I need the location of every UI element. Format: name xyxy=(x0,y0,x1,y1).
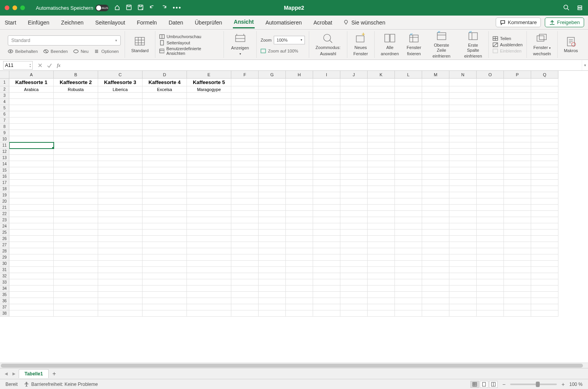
cell[interactable] xyxy=(286,261,313,267)
cell[interactable] xyxy=(231,192,259,198)
cell[interactable] xyxy=(368,205,395,211)
cell[interactable] xyxy=(395,180,422,186)
cell[interactable] xyxy=(286,230,313,236)
row-header[interactable]: 33 xyxy=(0,279,9,286)
cell[interactable] xyxy=(395,310,422,317)
cell[interactable] xyxy=(504,217,531,223)
cell[interactable] xyxy=(143,267,187,273)
cell[interactable] xyxy=(313,167,340,173)
cell[interactable] xyxy=(504,298,531,304)
zoom-field[interactable]: 100%▾ xyxy=(274,36,305,44)
cell[interactable] xyxy=(531,186,558,192)
cell[interactable] xyxy=(368,155,395,161)
cell[interactable] xyxy=(231,236,259,242)
row-header[interactable]: 7 xyxy=(0,117,9,124)
cell[interactable] xyxy=(313,236,340,242)
cell[interactable] xyxy=(98,111,143,117)
cell[interactable] xyxy=(54,236,98,242)
cell[interactable] xyxy=(368,105,395,111)
cell[interactable] xyxy=(422,248,449,254)
cell[interactable] xyxy=(368,211,395,217)
cell[interactable] xyxy=(531,117,558,124)
cell[interactable] xyxy=(395,223,422,230)
cell[interactable] xyxy=(143,236,187,242)
cell[interactable] xyxy=(395,217,422,223)
cell[interactable] xyxy=(477,242,504,248)
cell[interactable] xyxy=(531,211,558,217)
cell[interactable] xyxy=(143,217,187,223)
cell[interactable] xyxy=(368,292,395,298)
cell[interactable] xyxy=(54,192,98,198)
cell[interactable] xyxy=(422,142,449,149)
cell[interactable] xyxy=(286,267,313,273)
cell[interactable] xyxy=(9,292,54,298)
cell[interactable] xyxy=(449,261,477,267)
cell[interactable] xyxy=(9,161,54,167)
cell[interactable] xyxy=(9,155,54,161)
row-header[interactable]: 17 xyxy=(0,180,9,186)
cell[interactable] xyxy=(98,286,143,292)
cell[interactable] xyxy=(231,205,259,211)
cell[interactable] xyxy=(504,236,531,242)
cell[interactable] xyxy=(54,273,98,279)
cell[interactable] xyxy=(504,117,531,124)
cell[interactable] xyxy=(187,205,231,211)
cell[interactable] xyxy=(231,298,259,304)
row-header[interactable]: 30 xyxy=(0,261,9,267)
cell[interactable] xyxy=(259,261,286,267)
cell[interactable] xyxy=(187,242,231,248)
col-header[interactable]: N xyxy=(449,71,477,79)
accept-formula-icon[interactable] xyxy=(47,63,52,68)
cell[interactable] xyxy=(313,130,340,136)
cell[interactable] xyxy=(368,198,395,205)
col-header[interactable]: H xyxy=(286,71,313,79)
cell[interactable] xyxy=(231,142,259,149)
page-layout-button[interactable]: Seitenlayout xyxy=(159,40,220,46)
cell[interactable] xyxy=(9,167,54,173)
tab-view[interactable]: Ansicht xyxy=(233,16,254,28)
cell[interactable] xyxy=(504,142,531,149)
cell[interactable] xyxy=(422,79,449,86)
col-header[interactable]: G xyxy=(259,71,286,79)
cell[interactable] xyxy=(395,230,422,236)
cell[interactable] xyxy=(259,192,286,198)
cell[interactable] xyxy=(368,142,395,149)
cell[interactable] xyxy=(340,124,368,130)
cell[interactable] xyxy=(231,117,259,124)
cell[interactable] xyxy=(143,304,187,310)
cell[interactable] xyxy=(449,93,477,99)
cell[interactable] xyxy=(313,186,340,192)
add-sheet-button[interactable]: + xyxy=(50,370,58,378)
zoom-slider[interactable] xyxy=(510,384,557,385)
cell[interactable] xyxy=(395,142,422,149)
cell[interactable] xyxy=(395,236,422,242)
cell[interactable] xyxy=(259,186,286,192)
cell[interactable] xyxy=(395,161,422,167)
cell[interactable] xyxy=(231,223,259,230)
cell[interactable] xyxy=(449,211,477,217)
cell[interactable] xyxy=(368,136,395,142)
cell[interactable] xyxy=(504,205,531,211)
cell[interactable] xyxy=(286,93,313,99)
cell[interactable] xyxy=(395,304,422,310)
cell[interactable] xyxy=(422,117,449,124)
cell[interactable] xyxy=(98,273,143,279)
cell[interactable] xyxy=(368,161,395,167)
zoom-100-button[interactable]: Zoom auf 100% xyxy=(261,48,305,54)
cell[interactable] xyxy=(477,173,504,180)
cell[interactable] xyxy=(9,236,54,242)
cell[interactable] xyxy=(98,292,143,298)
cell[interactable]: Kaffeesorte 5 xyxy=(187,79,231,86)
switch-windows-button[interactable]: Fenster ▾ wechseln xyxy=(531,32,553,57)
cell[interactable] xyxy=(187,142,231,149)
sheet-nav-prev[interactable]: ◀ xyxy=(3,371,9,376)
cell[interactable] xyxy=(531,242,558,248)
cell[interactable] xyxy=(422,198,449,205)
cell[interactable] xyxy=(231,79,259,86)
cell[interactable] xyxy=(422,273,449,279)
normal-view-button[interactable]: Standard xyxy=(129,35,151,54)
fullscreen-window-button[interactable] xyxy=(20,5,25,10)
keep-button[interactable]: Beibehalten xyxy=(8,49,38,54)
cell[interactable] xyxy=(9,124,54,130)
cell[interactable] xyxy=(286,286,313,292)
